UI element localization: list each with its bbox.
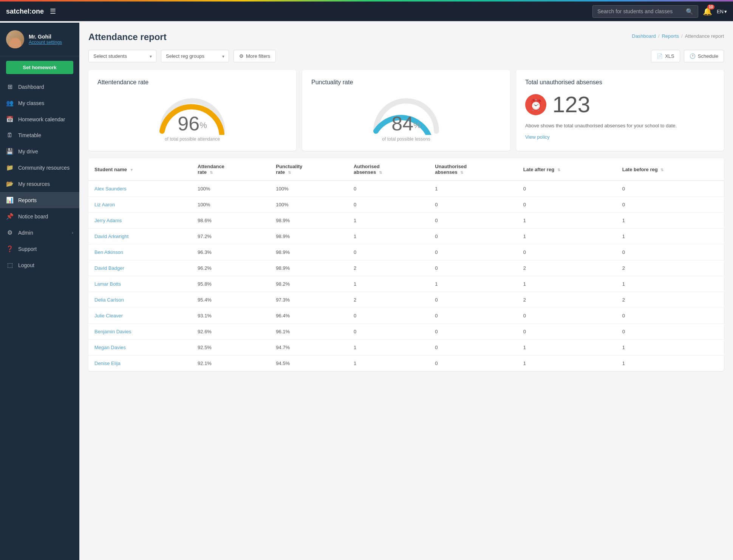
sidebar-item-admin[interactable]: ⚙Admin› — [0, 224, 79, 241]
student-name-cell[interactable]: David Badger — [88, 260, 192, 276]
set-homework-button[interactable]: Set homework — [6, 61, 73, 74]
student-name-cell[interactable]: Alex Saunders — [88, 181, 192, 197]
search-input[interactable] — [597, 8, 683, 14]
student-name-cell[interactable]: Delia Carlson — [88, 292, 192, 308]
summary-cards: Attentendance rate 96% of total possible… — [88, 70, 724, 151]
avatar-image — [6, 30, 24, 48]
more-filters-button[interactable]: ⚙ More filters — [234, 50, 276, 62]
attendance-rate-cell: 92.1% — [192, 356, 270, 371]
breadcrumb-dashboard[interactable]: Dashboard — [632, 33, 656, 39]
sidebar-item-reports[interactable]: 📊Reports — [0, 192, 79, 208]
main-content: Attendance report Dashboard / Reports / … — [79, 23, 733, 560]
user-info: Mr. Gohil Account settings — [29, 34, 62, 45]
select-reg-groups-dropdown[interactable]: Select reg groups — [161, 50, 229, 62]
language-selector[interactable]: EN ▾ — [717, 9, 727, 14]
student-name-cell[interactable]: Lamar Botts — [88, 276, 192, 292]
student-name-cell[interactable]: Denise Elija — [88, 356, 192, 371]
late-before-cell: 1 — [616, 213, 724, 229]
page-header: Attendance report Dashboard / Reports / … — [88, 32, 724, 42]
authorised-cell: 0 — [348, 244, 429, 260]
unauth-content: ⏰ 123 Above shows the total unauthorised… — [525, 93, 715, 140]
student-name-cell[interactable]: David Arkwright — [88, 229, 192, 244]
sort-icon-authorised: ⇅ — [379, 170, 382, 175]
late-after-cell: 1 — [517, 356, 616, 371]
table-row: Benjamin Davies 92.6% 96.1% 0 0 0 0 — [88, 324, 724, 340]
authorised-cell: 0 — [348, 181, 429, 197]
col-unauthorised[interactable]: Unauthorisedabsenses ⇅ — [429, 158, 517, 181]
sidebar-item-my-classes[interactable]: 👥My classes — [0, 95, 79, 111]
avatar-face — [9, 38, 21, 48]
sidebar-item-community-resources[interactable]: 📁Community resources — [0, 159, 79, 176]
late-before-cell: 1 — [616, 229, 724, 244]
breadcrumb-current: Attendance report — [685, 33, 724, 39]
attendance-rate-cell: 97.2% — [192, 229, 270, 244]
sort-icon-punctuality: ⇅ — [288, 170, 291, 175]
account-settings-link[interactable]: Account settings — [29, 40, 62, 45]
attendance-rate-cell: 100% — [192, 197, 270, 213]
student-name-cell[interactable]: Jerry Adams — [88, 213, 192, 229]
punctuality-rate-cell: 100% — [270, 197, 348, 213]
col-authorised[interactable]: Authorisedabsenses ⇅ — [348, 158, 429, 181]
xls-icon: 📄 — [657, 53, 663, 59]
breadcrumb-reports[interactable]: Reports — [662, 33, 679, 39]
breadcrumb-sep-2: / — [681, 33, 683, 39]
student-name-cell[interactable]: Ben Atkinson — [88, 244, 192, 260]
select-students-dropdown[interactable]: Select students — [88, 50, 156, 62]
table-row: Lamar Botts 95.8% 98.2% 1 1 1 1 — [88, 276, 724, 292]
schedule-button[interactable]: 🕐 Schedule — [684, 50, 724, 62]
student-name-cell[interactable]: Megan Davies — [88, 340, 192, 356]
col-late-before[interactable]: Late before reg ⇅ — [616, 158, 724, 181]
xls-button[interactable]: 📄 XLS — [651, 50, 680, 62]
col-punctuality-rate[interactable]: Punctualityrate ⇅ — [270, 158, 348, 181]
late-before-cell: 0 — [616, 181, 724, 197]
col-late-after[interactable]: Late after reg ⇅ — [517, 158, 616, 181]
late-after-cell: 2 — [517, 260, 616, 276]
sidebar-item-my-resources[interactable]: 📂My resources — [0, 176, 79, 192]
user-section: Mr. Gohil Account settings — [0, 23, 79, 56]
late-before-cell: 1 — [616, 340, 724, 356]
nav-label-my-classes: My classes — [18, 100, 44, 106]
student-name-cell[interactable]: Benjamin Davies — [88, 324, 192, 340]
breadcrumb: Dashboard / Reports / Attendance report — [632, 33, 724, 39]
nav-icon-support: ❓ — [6, 245, 14, 252]
logo: satchel:one — [6, 8, 44, 15]
view-policy-link[interactable]: View policy — [525, 134, 715, 140]
sidebar-item-my-drive[interactable]: 💾My drive — [0, 143, 79, 159]
attendance-rate-cell: 100% — [192, 181, 270, 197]
filter-icon: ⚙ — [239, 53, 244, 59]
table-header-row: Student name ▼ Attendancerate ⇅ Punctual… — [88, 158, 724, 181]
nav-icon-timetable: 🗓 — [6, 132, 14, 139]
punctuality-rate-cell: 98.9% — [270, 229, 348, 244]
authorised-cell: 1 — [348, 276, 429, 292]
table-row: David Badger 96.2% 98.9% 2 0 2 2 — [88, 260, 724, 276]
sidebar-item-homework-calendar[interactable]: 📅Homework calendar — [0, 111, 79, 127]
table-header: Student name ▼ Attendancerate ⇅ Punctual… — [88, 158, 724, 181]
attendance-rate-cell: 92.5% — [192, 340, 270, 356]
nav-label-homework-calendar: Homework calendar — [18, 116, 65, 122]
sidebar-item-dashboard[interactable]: ⊞Dashboard — [0, 79, 79, 95]
student-name-cell[interactable]: Liz Aaron — [88, 197, 192, 213]
punctuality-rate-cell: 96.4% — [270, 308, 348, 324]
attendance-table: Student name ▼ Attendancerate ⇅ Punctual… — [88, 158, 724, 371]
col-student-name[interactable]: Student name ▼ — [88, 158, 192, 181]
punctuality-rate-cell: 97.3% — [270, 292, 348, 308]
unauthorised-cell: 1 — [429, 276, 517, 292]
sidebar-item-logout[interactable]: ⬚Logout — [0, 257, 79, 273]
sidebar-item-support[interactable]: ❓Support — [0, 241, 79, 257]
punctuality-rate-cell: 94.5% — [270, 356, 348, 371]
unauthorised-cell: 0 — [429, 260, 517, 276]
late-after-cell: 2 — [517, 292, 616, 308]
authorised-cell: 1 — [348, 356, 429, 371]
authorised-cell: 2 — [348, 292, 429, 308]
notification-bell[interactable]: 🔔 10 — [703, 7, 712, 16]
hamburger-button[interactable]: ☰ — [50, 7, 56, 15]
search-icon[interactable]: 🔍 — [686, 8, 693, 15]
nav-label-timetable: Timetable — [18, 132, 41, 138]
sidebar-item-notice-board[interactable]: 📌Notice board — [0, 208, 79, 224]
col-attendance-rate[interactable]: Attendancerate ⇅ — [192, 158, 270, 181]
nav-label-logout: Logout — [18, 262, 34, 268]
attendance-suffix: % — [199, 121, 207, 130]
attendance-value: 96 — [178, 113, 199, 135]
student-name-cell[interactable]: Julie Cleaver — [88, 308, 192, 324]
sidebar-item-timetable[interactable]: 🗓Timetable — [0, 127, 79, 143]
